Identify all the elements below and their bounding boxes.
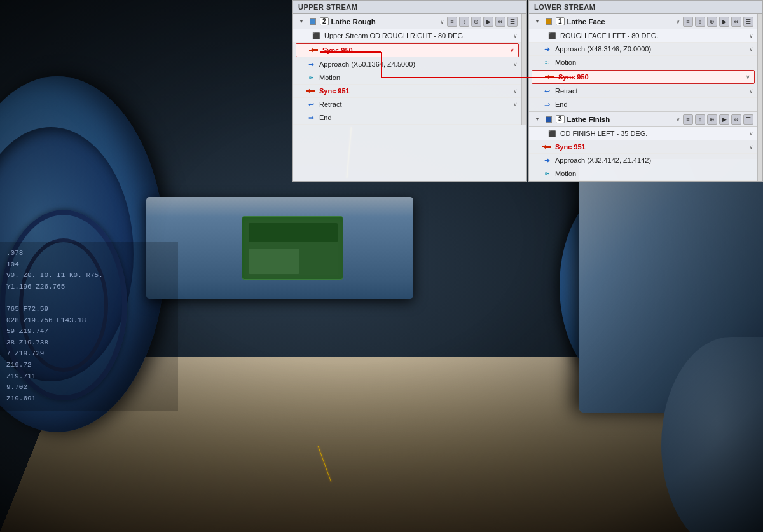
upper-stream-content: 2 Lathe Rough ∨ ≡ ↕ ⊕ ▶ ⇔ ☰: [293, 14, 521, 125]
motion-lower[interactable]: Motion: [529, 56, 757, 69]
toolbar-btn-1[interactable]: ≡: [447, 17, 457, 27]
approach-lower-dropdown[interactable]: ∨: [749, 46, 753, 52]
end-item-upper[interactable]: End: [293, 111, 521, 125]
gcode-line: [6, 292, 172, 304]
svg-rect-0: [309, 50, 312, 51]
op-number-face: 1: [556, 17, 565, 25]
retract-dropdown-upper[interactable]: ∨: [513, 101, 518, 107]
lower-stream-header: LOWER STREAM: [529, 1, 762, 14]
rough-face-left[interactable]: ⬛ ROUGH FACE LEFT - 80 DEG. ∨: [529, 29, 757, 43]
gcode-line: 38 Z19.738: [6, 338, 172, 349]
gcode-line: 765 F72.59: [6, 304, 172, 315]
op-dropdown-rough[interactable]: ∨: [440, 18, 444, 25]
approach-dropdown[interactable]: ∨: [513, 61, 518, 67]
sync-951-lower-label: Sync 951: [555, 143, 746, 151]
sync-951-lower-dropdown[interactable]: ∨: [749, 144, 753, 150]
sub-label-rough[interactable]: ⬛ Upper Stream OD ROUGH RIGHT - 80 DEG. …: [293, 29, 521, 43]
toolbar-finish-btn-4[interactable]: ▶: [719, 114, 729, 125]
od-finish-icon: ⬛: [547, 128, 557, 139]
upper-sync-950-dropdown[interactable]: ∨: [510, 47, 514, 53]
retract-item-upper[interactable]: Retract ∨: [293, 98, 521, 111]
toolbar-face-btn-6[interactable]: ☰: [743, 17, 753, 27]
toolbar-btn-3[interactable]: ⊕: [471, 17, 481, 27]
collapse-icon-finish[interactable]: [533, 115, 542, 124]
toolbar-face-btn-3[interactable]: ⊕: [707, 17, 717, 27]
approach-icon: [306, 59, 316, 69]
approach-lower-label: Approach (X48.3146, Z0.0000): [555, 45, 746, 53]
toolbar-btn-4[interactable]: ▶: [483, 17, 493, 27]
op-header-lathe-finish[interactable]: 3 Lathe Finish ∨ ≡ ↕ ⊕ ▶ ⇔ ☰: [529, 112, 757, 127]
op-color-finish: [544, 115, 553, 124]
gcode-line: 9.702: [6, 382, 172, 393]
sync-951-upper[interactable]: Sync 951 ∨: [293, 85, 521, 98]
gcode-line: Y1.196 Z26.765: [6, 282, 172, 293]
collapse-icon-rough[interactable]: [297, 17, 306, 26]
rough-face-dropdown[interactable]: ∨: [749, 32, 753, 39]
end-lower[interactable]: End: [529, 98, 757, 111]
op-header-lathe-rough[interactable]: 2 Lathe Rough ∨ ≡ ↕ ⊕ ▶ ⇔ ☰: [293, 14, 521, 29]
toolbar-finish-btn-5[interactable]: ⇔: [731, 114, 741, 125]
op-color-rough: [308, 17, 317, 26]
motion-item[interactable]: Motion: [293, 71, 521, 85]
lower-stream-inner: 1 Lathe Face ∨ ≡ ↕ ⊕ ▶ ⇔ ☰: [529, 14, 762, 181]
motion-finish[interactable]: Motion: [529, 167, 757, 181]
gcode-line: 7 Z19.729: [6, 348, 172, 360]
op-color-face: [544, 17, 553, 26]
sync-951-upper-dropdown[interactable]: ∨: [513, 88, 518, 94]
approach-finish-label: Approach (X32.4142, Z1.4142): [555, 156, 753, 164]
retract-label-upper: Retract: [319, 100, 510, 108]
collapse-icon-face[interactable]: [533, 17, 542, 26]
upper-stream-header: UPPER STREAM: [293, 1, 526, 14]
toolbar-btn-5[interactable]: ⇔: [495, 17, 505, 27]
lower-sync-950-dropdown[interactable]: ∨: [746, 74, 750, 80]
op-title-rough: Lathe Rough: [331, 18, 437, 25]
sub-label-dropdown[interactable]: ∨: [513, 32, 518, 39]
toolbar-finish-btn-1[interactable]: ≡: [683, 114, 693, 125]
op-dropdown-finish[interactable]: ∨: [676, 116, 680, 123]
rough-face-icon: ⬛: [547, 31, 557, 41]
lower-sync-950[interactable]: Sync 950 ∨: [532, 70, 755, 84]
lower-stream-panel: LOWER STREAM 1 Lathe Face ∨: [528, 0, 763, 182]
toolbar-btn-6[interactable]: ☰: [507, 17, 518, 27]
approach-lower[interactable]: Approach (X48.3146, Z0.0000) ∨: [529, 43, 757, 56]
sync-951-upper-label: Sync 951: [319, 87, 510, 95]
motion-icon: [306, 72, 316, 83]
toolbar-finish-btn-3[interactable]: ⊕: [707, 114, 717, 125]
rough-face-label: ROUGH FACE LEFT - 80 DEG.: [560, 32, 746, 39]
end-label-upper: End: [319, 114, 518, 121]
gcode-line: .078: [6, 248, 172, 259]
upper-sync-950[interactable]: Sync 950 ∨: [296, 43, 519, 57]
upper-stream-scrollbar[interactable]: [521, 14, 526, 125]
gcode-overlay: .078 104 v0. Z0. I0. I1 K0. R75. Y1.196 …: [0, 242, 178, 411]
retract-icon: [306, 99, 316, 109]
od-finish-dropdown[interactable]: ∨: [749, 130, 753, 137]
sync-951-lower[interactable]: Sync 951 ∨: [529, 140, 757, 154]
op-dropdown-face[interactable]: ∨: [676, 18, 680, 25]
od-finish-left[interactable]: ⬛ OD FINISH LEFT - 35 DEG. ∨: [529, 127, 757, 140]
sync-951-upper-icon: [306, 86, 316, 96]
retract-lower[interactable]: Retract ∨: [529, 85, 757, 98]
retract-lower-label: Retract: [555, 87, 746, 95]
toolbar-finish-btn-6[interactable]: ☰: [743, 114, 753, 125]
approach-finish[interactable]: Approach (X32.4142, Z1.4142): [529, 154, 757, 167]
op-toolbar-face: ≡ ↕ ⊕ ▶ ⇔ ☰: [683, 17, 753, 27]
toolbar-face-btn-5[interactable]: ⇔: [731, 17, 741, 27]
approach-lower-icon: [542, 44, 552, 54]
toolbar-btn-2[interactable]: ↕: [459, 17, 469, 27]
toolbar-face-btn-2[interactable]: ↕: [695, 17, 705, 27]
approach-item[interactable]: Approach (X50.1364, Z4.5000) ∨: [293, 58, 521, 71]
upper-stream-inner: 2 Lathe Rough ∨ ≡ ↕ ⊕ ▶ ⇔ ☰: [293, 14, 526, 125]
lower-stream-scrollbar[interactable]: [757, 14, 762, 181]
op-color-swatch: [310, 18, 316, 25]
end-lower-icon: [542, 99, 552, 109]
motion-lower-icon: [542, 57, 552, 67]
retract-lower-dropdown[interactable]: ∨: [749, 88, 753, 94]
gcode-line: v0. Z0. I0. I1 K0. R75.: [6, 270, 172, 282]
toolbar-face-btn-4[interactable]: ▶: [719, 17, 729, 27]
toolbar-face-btn-1[interactable]: ≡: [683, 17, 693, 27]
op-number-finish: 3: [556, 115, 565, 123]
toolbar-finish-btn-2[interactable]: ↕: [695, 114, 705, 125]
op-header-lathe-face[interactable]: 1 Lathe Face ∨ ≡ ↕ ⊕ ▶ ⇔ ☰: [529, 14, 757, 29]
retract-lower-icon: [542, 86, 552, 96]
motion-lower-label: Motion: [555, 58, 753, 66]
